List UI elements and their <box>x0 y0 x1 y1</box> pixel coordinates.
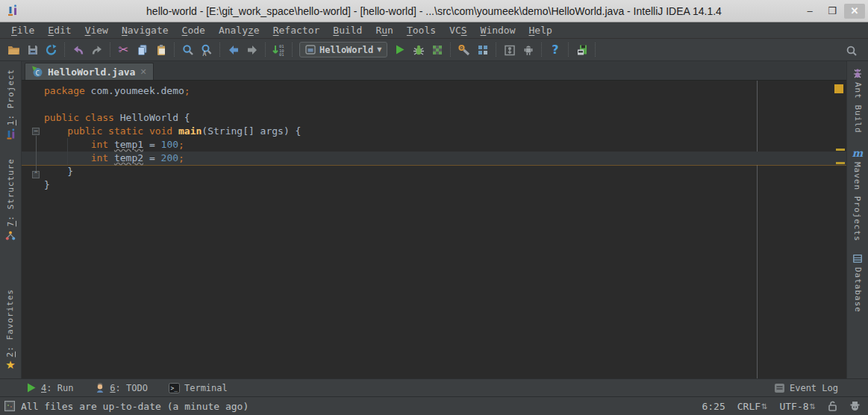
star-icon: ★ <box>5 360 15 371</box>
menu-navigate[interactable]: Navigate <box>115 25 175 36</box>
lock-open-icon[interactable] <box>828 401 837 411</box>
run-icon <box>394 44 405 55</box>
toolbar-sdk-manager-button[interactable] <box>500 41 519 59</box>
cut-icon: ✂ <box>119 44 128 56</box>
toolbar-separator <box>496 43 496 57</box>
toolwindow-toggle-icon[interactable] <box>4 401 15 411</box>
minimize-button[interactable]: – <box>799 4 820 19</box>
toolbar-forward-button[interactable] <box>243 41 261 59</box>
hector-inspector-icon[interactable] <box>849 401 861 411</box>
tab-label: HelloWorld.java <box>48 66 135 78</box>
fold-collapse-icon[interactable]: − <box>32 128 40 135</box>
toolbar-separator <box>595 43 596 57</box>
warning-stripe-mark[interactable] <box>836 149 845 151</box>
menu-view[interactable]: View <box>78 25 115 36</box>
menu-file[interactable]: File <box>4 25 41 36</box>
toolbar-replace-button[interactable]: A <box>197 41 216 59</box>
toolbar-cut-button[interactable]: ✂ <box>114 41 133 59</box>
toolbar-sync-button[interactable] <box>42 41 60 59</box>
stripe-button-maven-projects[interactable]: mMaven Projects <box>852 147 864 242</box>
code-line[interactable] <box>22 98 846 111</box>
code-line[interactable]: package com.youmeek.demo; <box>22 84 846 98</box>
menu-edit[interactable]: Edit <box>41 25 78 36</box>
editor-tab-bar: C HelloWorld.java ✕ <box>22 61 846 81</box>
toolbar-back-button[interactable] <box>224 41 243 59</box>
undo-icon <box>72 44 84 56</box>
line-sort-icon: 011001 <box>272 43 286 57</box>
toolbar-save-button[interactable] <box>23 41 42 59</box>
stripe-button-7-structure[interactable]: 7: Structure <box>4 158 16 241</box>
close-button[interactable]: ✕ <box>844 4 865 19</box>
toolbar-line-sort-button[interactable]: 011001 <box>269 41 288 59</box>
toolbar-install-plugin-button[interactable] <box>572 41 591 59</box>
tab-helloworld-java[interactable]: C HelloWorld.java ✕ <box>25 63 154 80</box>
run-configuration-dropdown[interactable]: HelloWorld ▼ <box>299 42 387 57</box>
stripe-button-1-project[interactable]: 1: Project <box>4 69 17 140</box>
menu-vcs[interactable]: VCS <box>443 25 473 36</box>
stripe-button-ant-build[interactable]: Ant Build <box>852 67 864 134</box>
toolbar-separator <box>292 43 293 57</box>
inspection-status-indicator[interactable] <box>834 84 843 93</box>
code-line[interactable]: public class HelloWorld { <box>22 111 846 125</box>
toolbar-redo-button[interactable] <box>87 41 106 59</box>
maximize-button[interactable]: ❒ <box>822 4 843 19</box>
ant-icon <box>852 67 864 79</box>
status-bar: All files are up-to-date (a minute ago) … <box>0 396 868 415</box>
toolwindow-button-4-run[interactable]: 4: Run <box>25 382 73 393</box>
encoding-widget[interactable]: UTF-8⇅ <box>779 401 816 412</box>
menu-tools[interactable]: Tools <box>400 25 443 36</box>
toolbar-project-structure-button[interactable] <box>473 41 492 59</box>
code-line[interactable]: int temp2 = 200; <box>22 152 846 165</box>
debug-icon <box>412 44 425 56</box>
toolbar-help-button[interactable]: ? <box>546 41 564 59</box>
search-everywhere-button[interactable] <box>842 42 861 60</box>
toolbar-coverage-button[interactable] <box>428 41 446 59</box>
toolbar-separator <box>450 43 451 57</box>
main-toolbar: ✂A011001 HelloWorld ▼ ? <box>0 39 868 61</box>
warning-stripe-mark[interactable] <box>836 162 845 164</box>
toolbar-separator <box>541 43 542 57</box>
line-separator-widget[interactable]: CRLF⇅ <box>737 401 768 412</box>
menu-build[interactable]: Build <box>326 25 369 36</box>
settings-icon <box>458 44 471 56</box>
toolbar-avd-manager-button[interactable] <box>519 41 537 59</box>
editor-pane: C HelloWorld.java ✕ package com.youmeek.… <box>21 61 847 378</box>
toolbar-paste-button[interactable] <box>152 41 170 59</box>
event-log-icon <box>774 383 785 393</box>
code-lines: package com.youmeek.demo;public class He… <box>22 84 846 192</box>
paste-icon <box>155 44 167 56</box>
terminal-icon: >_ <box>169 383 180 393</box>
event-log-button[interactable]: Event Log <box>774 383 838 393</box>
updown-icon: ⇅ <box>810 402 816 411</box>
java-class-icon: C <box>31 66 43 78</box>
menu-analyze[interactable]: Analyze <box>212 25 266 36</box>
toolbar-settings-button[interactable] <box>455 41 473 59</box>
code-line[interactable]: } <box>22 165 846 178</box>
toolbar-find-button[interactable] <box>178 41 197 59</box>
code-line[interactable]: int temp1 = 100; <box>22 138 846 152</box>
code-line[interactable]: } <box>22 178 846 192</box>
menu-run[interactable]: Run <box>369 25 399 36</box>
menu-window[interactable]: Window <box>474 25 522 36</box>
toolbar-copy-button[interactable] <box>133 41 152 59</box>
toolwindow-button-6-todo[interactable]: 6: TODO <box>94 382 148 393</box>
find-icon <box>182 44 194 56</box>
toolbar-run-button[interactable] <box>390 41 409 59</box>
toolbar-undo-button[interactable] <box>69 41 87 59</box>
toolbar-open-folder-button[interactable] <box>4 41 23 59</box>
stripe-button-2-favorites[interactable]: 2: Favorites★ <box>5 289 15 371</box>
menu-help[interactable]: Help <box>522 25 559 36</box>
caret-position-widget[interactable]: 6:25 <box>702 401 725 412</box>
menu-refactor[interactable]: Refactor <box>266 25 327 36</box>
toolbar-debug-button[interactable] <box>409 41 428 59</box>
toolwindow-button-terminal[interactable]: >_Terminal <box>169 382 228 393</box>
bottom-tool-bar: 4: Run6: TODO>_Terminal Event Log <box>0 378 868 396</box>
code-line[interactable]: public static void main(String[] args) { <box>22 125 846 138</box>
toolbar-separator <box>568 43 569 57</box>
tab-close-icon[interactable]: ✕ <box>140 67 146 77</box>
coverage-icon <box>431 44 443 56</box>
menu-code[interactable]: Code <box>175 25 212 36</box>
stripe-button-database[interactable]: Database <box>852 253 863 313</box>
code-editor[interactable]: package com.youmeek.demo;public class He… <box>22 81 846 378</box>
fold-end-icon[interactable]: ⌃ <box>32 171 40 178</box>
